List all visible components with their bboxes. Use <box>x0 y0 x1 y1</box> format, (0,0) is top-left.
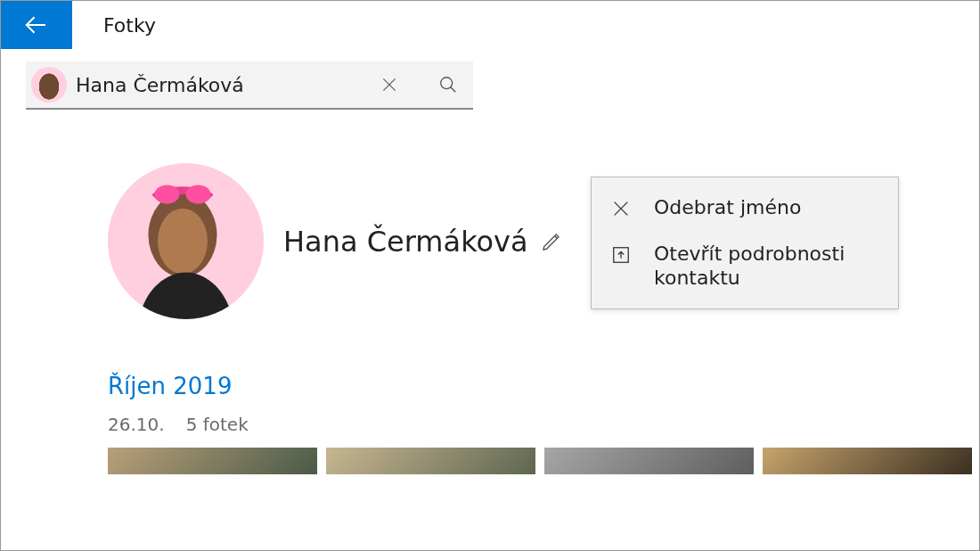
svg-point-5 <box>186 185 211 204</box>
month-heading[interactable]: Říjen 2019 <box>108 373 979 399</box>
photo-thumbnail[interactable] <box>763 448 972 474</box>
open-contact-icon <box>611 245 634 265</box>
menu-item-remove-name[interactable]: Odebrat jméno <box>592 185 898 231</box>
photo-thumbnail[interactable] <box>326 448 535 474</box>
arrow-left-icon <box>23 12 50 38</box>
edit-name-button[interactable] <box>541 231 562 252</box>
pencil-icon <box>541 231 562 252</box>
svg-point-0 <box>441 78 453 89</box>
menu-item-open-contact[interactable]: Otevřít podrobnosti kontaktu <box>592 231 898 301</box>
close-icon <box>380 76 398 94</box>
search-input[interactable] <box>76 74 355 96</box>
search-result-avatar <box>31 67 67 103</box>
person-context-menu: Odebrat jméno Otevřít podrobnosti kontak… <box>591 177 899 309</box>
person-name: Hana Čermáková <box>283 225 528 259</box>
person-avatar <box>108 163 264 319</box>
svg-point-3 <box>158 209 208 275</box>
svg-point-4 <box>155 185 180 204</box>
close-icon <box>611 199 634 218</box>
back-button[interactable] <box>1 1 72 49</box>
menu-item-label: Odebrat jméno <box>654 195 801 220</box>
clear-search-button[interactable] <box>364 61 414 109</box>
photo-thumbnail[interactable] <box>544 448 754 474</box>
search-icon <box>438 75 458 95</box>
search-bar[interactable] <box>26 62 473 110</box>
section-date: 26.10. <box>108 414 165 435</box>
menu-item-label: Otevřít podrobnosti kontaktu <box>654 242 868 291</box>
search-button[interactable] <box>423 61 473 109</box>
section-count: 5 fotek <box>186 414 249 435</box>
photo-thumbnail[interactable] <box>108 448 317 474</box>
app-title: Fotky <box>103 14 156 37</box>
